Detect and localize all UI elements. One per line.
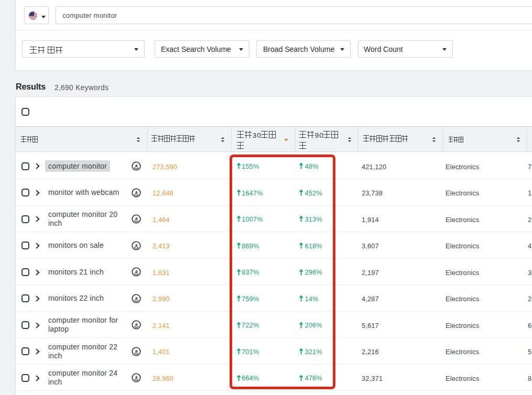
svg-text:a: a [135,216,137,222]
svg-text:a: a [135,375,137,380]
svg-text:a: a [135,295,137,301]
svg-text:a: a [135,348,137,354]
svg-text:a: a [135,242,137,248]
svg-text:a: a [135,322,137,327]
svg-text:a: a [135,189,137,195]
svg-text:a: a [135,269,137,275]
svg-text:a: a [135,163,137,169]
